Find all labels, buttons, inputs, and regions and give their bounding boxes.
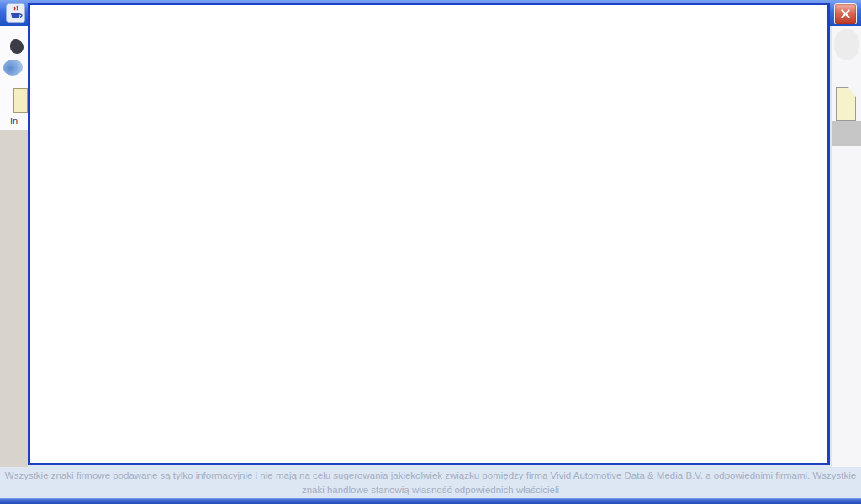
java-icon: [6, 3, 25, 23]
close-button[interactable]: [834, 3, 857, 24]
background-folder-icon: [13, 88, 28, 113]
background-gray-strip: [832, 121, 861, 146]
background-text-fragment: In: [10, 116, 18, 126]
background-gray-area: [0, 130, 28, 467]
background-icon-dark: [10, 39, 24, 54]
background-page-icon: [836, 87, 856, 121]
background-globe-icon: [834, 29, 859, 60]
background-icon-blue: [3, 60, 23, 76]
app-dialog: [28, 3, 830, 465]
status-bar: Wszystkie znaki firmowe podawane są tylk…: [0, 467, 861, 498]
disclaimer-text: Wszystkie znaki firmowe podawane są tylk…: [0, 469, 861, 496]
bottom-window-strip: [0, 498, 861, 504]
background-right-panel: [832, 26, 861, 467]
background-left-panel: In: [0, 26, 28, 467]
close-icon: [839, 8, 852, 20]
